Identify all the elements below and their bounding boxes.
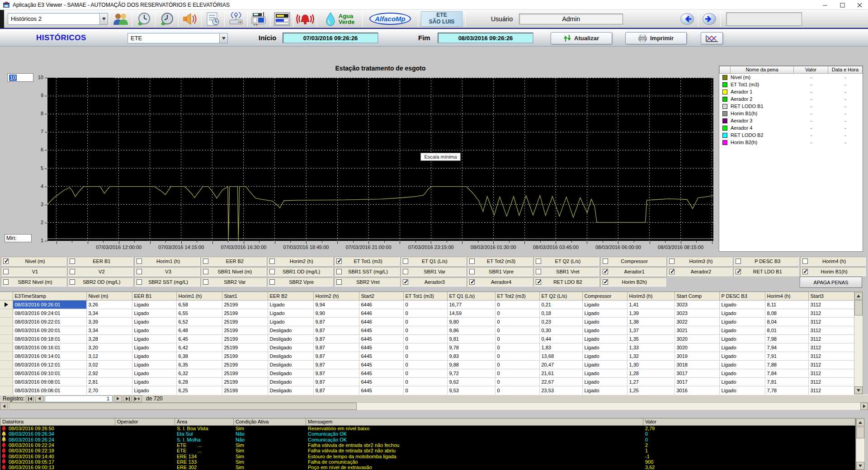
grid-column-header[interactable]: EER B2: [268, 292, 313, 300]
pen-checkbox-cell[interactable]: SBR2 Vret: [334, 277, 400, 287]
alarm-header-datahora[interactable]: DataHora: [0, 418, 115, 426]
grid-vertical-scrollbar[interactable]: [854, 291, 863, 395]
pen-checkbox-cell[interactable]: Aerador2: [667, 267, 732, 276]
pen-checkbox[interactable]: [736, 269, 741, 274]
next-record-button[interactable]: [114, 395, 122, 402]
pen-checkbox[interactable]: [70, 269, 75, 274]
grid-column-header[interactable]: ET Q1 (L/s): [447, 292, 495, 300]
legend-header-name[interactable]: Nome da pena: [731, 66, 794, 74]
pen-checkbox[interactable]: [603, 279, 608, 285]
pen-checkbox-cell[interactable]: SBR1 Nivel (m): [201, 267, 266, 276]
alarm-row[interactable]: 08/03/2016 09:26:50S. I. Boa VistaSimRes…: [0, 426, 855, 431]
pen-checkbox[interactable]: [536, 258, 541, 264]
table-row[interactable]: 08/03/2016 09:26:013,26Ligado6,5825199Li…: [0, 300, 854, 309]
legend-pen-row[interactable]: Aerador 3--: [719, 117, 863, 124]
pen-checkbox[interactable]: [403, 279, 408, 285]
pen-checkbox[interactable]: [603, 269, 608, 274]
pen-checkbox-cell[interactable]: ET Q1 (L/s): [401, 257, 466, 266]
scale-min-input[interactable]: Min:: [5, 234, 32, 242]
scroll-up-button[interactable]: [856, 418, 864, 426]
grid-column-header[interactable]: P DESC B3: [719, 292, 765, 300]
pen-checkbox-cell[interactable]: Horim2 (h): [267, 257, 333, 266]
grid-column-header[interactable]: ET Tot2 (m3): [495, 292, 539, 300]
alarm-row[interactable]: 08/03/2016 09:26:24S. I. MolhaNãoComunic…: [0, 437, 855, 442]
inicio-datetime-field[interactable]: 07/03/2016 09:26:26: [283, 33, 378, 43]
grid-column-header[interactable]: Horim2 (h): [313, 292, 359, 300]
legend-pen-row[interactable]: RET LODO B1--: [719, 103, 863, 110]
table-row[interactable]: 08/03/2016 09:14:013,12Ligado6,3825199De…: [0, 352, 854, 360]
alarm-header-condicao[interactable]: Condição Ativa: [234, 418, 306, 426]
pen-checkbox-cell[interactable]: Aerador3: [401, 277, 466, 287]
pen-checkbox-cell[interactable]: SBR1 SST (mg/L): [334, 267, 400, 276]
table-row[interactable]: 08/03/2016 09:12:013,02Ligado6,3525199De…: [0, 360, 854, 369]
pen-checkbox[interactable]: [469, 269, 475, 274]
pen-checkbox-cell[interactable]: SBR2 Vpre: [267, 277, 333, 287]
scroll-down-button[interactable]: [856, 462, 864, 470]
legend-header-hora[interactable]: Data e Hora: [828, 66, 863, 74]
pen-checkbox-cell[interactable]: SBR1 Vret: [533, 267, 599, 276]
users-button[interactable]: [110, 11, 131, 27]
pen-checkbox-cell[interactable]: Aerador1: [600, 267, 666, 276]
pen-checkbox-cell[interactable]: Horim1 (h): [134, 257, 200, 266]
legend-pen-row[interactable]: Aerador 2--: [719, 95, 863, 103]
table-row[interactable]: 08/03/2016 09:08:012,81Ligado6,2825199De…: [0, 377, 854, 386]
pen-checkbox[interactable]: [603, 258, 608, 264]
pen-checkbox-cell[interactable]: SBR1 Var: [401, 267, 466, 276]
last-record-button[interactable]: [123, 395, 132, 402]
scrollbar-thumb[interactable]: [854, 300, 863, 315]
agua-verde-button[interactable]: AguaVerde: [318, 11, 361, 27]
pen-checkbox-cell[interactable]: ET Tot2 (m3): [467, 257, 533, 266]
modem-1-button[interactable]: [226, 11, 246, 27]
pen-checkbox[interactable]: [736, 258, 741, 264]
sound-alerts-button[interactable]: [179, 11, 200, 27]
legend-pen-row[interactable]: Horim B2(h)--: [719, 139, 863, 146]
grid-column-header[interactable]: Start Comp: [675, 292, 719, 300]
scroll-right-button[interactable]: [860, 403, 868, 410]
alarm-row[interactable]: 08/03/2016 09:22:18ETE ...SimFalha válvu…: [0, 448, 855, 453]
pen-checkbox-cell[interactable]: Horim4 (h): [800, 257, 866, 266]
legend-pen-row[interactable]: Horim B1(h)--: [719, 110, 863, 117]
grid-column-header[interactable]: Horim1 (h): [176, 292, 222, 300]
pen-checkbox[interactable]: [203, 269, 208, 274]
pen-checkbox[interactable]: [137, 258, 142, 264]
report-button[interactable]: [203, 11, 223, 27]
pen-checkbox[interactable]: [336, 258, 342, 264]
new-record-button[interactable]: [133, 395, 142, 402]
pen-checkbox[interactable]: [137, 269, 142, 274]
grid-column-header[interactable]: Compressor: [582, 292, 627, 300]
table-row[interactable]: 08/03/2016 09:18:013,28Ligado6,4525199De…: [0, 334, 854, 343]
table-row[interactable]: 08/03/2016 09:24:013,34Ligado6,5525199Li…: [0, 309, 854, 317]
pen-checkbox[interactable]: [802, 269, 808, 274]
table-row[interactable]: 08/03/2016 09:20:013,34Ligado6,4825199De…: [0, 326, 854, 334]
pen-checkbox[interactable]: [70, 258, 75, 264]
close-button[interactable]: [851, 0, 868, 10]
legend-header-valor[interactable]: Valor: [794, 66, 828, 74]
chevron-down-icon[interactable]: [99, 14, 108, 24]
alarm-header-area[interactable]: Área: [175, 418, 234, 426]
forward-button[interactable]: [699, 12, 719, 26]
pen-checkbox[interactable]: [336, 269, 342, 274]
pen-checkbox[interactable]: [669, 258, 675, 264]
pen-checkbox-cell[interactable]: EER B2: [201, 257, 266, 266]
apaga-penas-button[interactable]: APAGA PENAS: [800, 277, 862, 288]
pen-checkbox-cell[interactable]: SBR1 Vpre: [467, 267, 533, 276]
grid-column-header[interactable]: Start2: [359, 292, 403, 300]
chevron-down-icon[interactable]: [219, 33, 227, 43]
pen-checkbox[interactable]: [802, 258, 808, 264]
grid-column-header[interactable]: EER B1: [132, 292, 176, 300]
grid-column-header[interactable]: Horim3 (h): [627, 292, 675, 300]
pen-checkbox[interactable]: [203, 279, 208, 285]
alarm-row[interactable]: 08/03/2016 09:14:40ERE 134SimEstouro de …: [0, 453, 855, 459]
pen-checkbox-cell[interactable]: Compressor: [600, 257, 666, 266]
fim-datetime-field[interactable]: 08/03/2016 09:26:26: [438, 33, 533, 43]
pen-checkbox[interactable]: [336, 279, 342, 285]
pen-checkbox[interactable]: [536, 269, 541, 274]
history-2-button[interactable]: [156, 11, 177, 27]
alarm-row[interactable]: 08/03/2016 09:00:13ERE 302SimPoço em nív…: [0, 465, 855, 470]
grid-column-header[interactable]: Start3: [808, 292, 854, 300]
table-row[interactable]: 08/03/2016 09:22:013,39Ligado6,5225199Li…: [0, 317, 854, 326]
pen-checkbox-cell[interactable]: Nivel (m): [1, 257, 66, 266]
legend-pen-row[interactable]: Aerador 1--: [719, 88, 863, 95]
pen-checkbox-cell[interactable]: Aerador4: [467, 277, 533, 287]
scroll-up-button[interactable]: [854, 292, 863, 300]
